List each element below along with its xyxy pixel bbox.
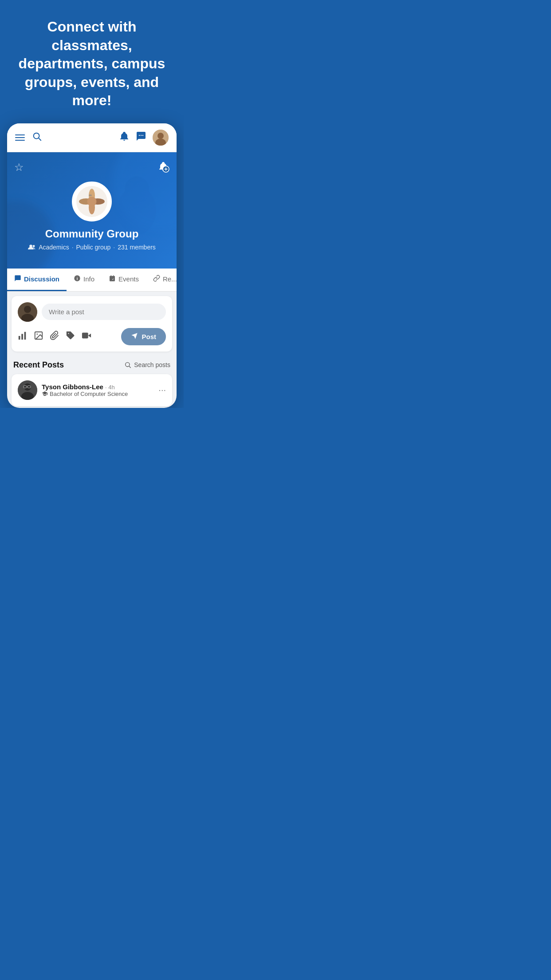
post-user-info: Tyson Gibbons-Lee · 4h Bachelor of Compu… — [42, 383, 154, 397]
group-avatar — [72, 182, 112, 221]
post-composer: Post — [12, 296, 172, 352]
post-card: Tyson Gibbons-Lee · 4h Bachelor of Compu… — [12, 374, 172, 406]
events-tab-icon — [109, 275, 116, 284]
svg-point-27 — [24, 306, 31, 313]
hero-title: Connect with classmates, departments, ca… — [13, 18, 170, 110]
svg-rect-30 — [21, 334, 23, 340]
svg-rect-22 — [110, 276, 115, 281]
notification-settings-icon[interactable] — [157, 161, 169, 176]
tab-events-label: Events — [118, 275, 139, 283]
group-name: Community Group — [14, 228, 169, 240]
messages-icon[interactable] — [136, 131, 146, 144]
svg-point-39 — [126, 363, 130, 367]
poll-icon[interactable] — [18, 331, 28, 343]
svg-rect-16 — [89, 194, 92, 196]
tab-discussion-label: Discussion — [24, 275, 59, 283]
tag-icon[interactable] — [66, 331, 75, 343]
post-author-degree: Bachelor of Computer Science — [42, 391, 154, 397]
tab-info[interactable]: Info — [67, 269, 102, 291]
resources-tab-icon — [153, 275, 160, 284]
post-author-avatar — [18, 380, 37, 400]
tab-info-label: Info — [83, 275, 94, 283]
svg-marker-35 — [88, 333, 91, 337]
video-icon[interactable] — [82, 331, 91, 343]
post-more-options-icon[interactable]: ··· — [158, 385, 166, 395]
image-icon[interactable] — [34, 331, 43, 343]
post-author-name: Tyson Gibbons-Lee · 4h — [42, 383, 154, 391]
top-nav — [7, 123, 177, 152]
svg-rect-31 — [24, 332, 26, 340]
info-tab-icon — [74, 275, 81, 284]
composer-top — [18, 302, 166, 322]
svg-line-40 — [129, 366, 131, 368]
attachment-icon[interactable] — [50, 331, 59, 343]
search-icon[interactable] — [32, 131, 42, 144]
tab-events[interactable]: Events — [102, 269, 146, 291]
group-banner: ☆ — [7, 152, 177, 269]
group-members: 231 members — [118, 244, 156, 251]
svg-marker-38 — [132, 333, 138, 339]
nav-right — [119, 130, 169, 146]
post-button[interactable]: Post — [121, 328, 166, 345]
svg-point-15 — [87, 197, 97, 206]
tab-resources[interactable]: Re... — [146, 269, 177, 291]
phone-mockup: ☆ — [7, 123, 177, 408]
group-type: Public group — [76, 244, 111, 251]
recent-posts-section: Recent Posts Search posts — [7, 356, 177, 406]
svg-point-18 — [33, 245, 35, 247]
hero-section: Connect with classmates, departments, ca… — [0, 0, 184, 123]
svg-point-3 — [157, 133, 164, 139]
search-posts-label: Search posts — [134, 361, 170, 368]
post-header: Tyson Gibbons-Lee · 4h Bachelor of Compu… — [18, 380, 166, 400]
user-avatar[interactable] — [153, 130, 169, 146]
notification-icon[interactable] — [119, 131, 130, 144]
composer-actions: Post — [18, 327, 166, 345]
write-post-input[interactable] — [42, 304, 166, 320]
recent-posts-header: Recent Posts Search posts — [12, 360, 172, 370]
group-category: Academics — [39, 244, 69, 251]
group-meta: Academics · Public group · 231 members — [14, 244, 169, 251]
tab-discussion[interactable]: Discussion — [7, 269, 67, 291]
search-posts-button[interactable]: Search posts — [124, 361, 170, 368]
svg-line-1 — [39, 138, 41, 140]
svg-rect-29 — [19, 336, 20, 340]
nav-left — [15, 131, 42, 144]
hamburger-menu-icon[interactable] — [15, 134, 25, 141]
tab-resources-label: Re... — [163, 275, 177, 283]
post-button-label: Post — [142, 333, 156, 340]
svg-rect-36 — [82, 333, 88, 339]
composer-avatar — [18, 302, 37, 322]
tabs-bar: Discussion Info — [7, 269, 177, 292]
recent-posts-title: Recent Posts — [13, 360, 64, 370]
favorite-icon[interactable]: ☆ — [14, 161, 24, 176]
svg-point-33 — [36, 333, 38, 335]
banner-top-icons: ☆ — [14, 161, 169, 176]
post-button-icon — [131, 332, 138, 341]
banner-content: ☆ — [7, 152, 177, 258]
discussion-tab-icon — [14, 275, 21, 284]
